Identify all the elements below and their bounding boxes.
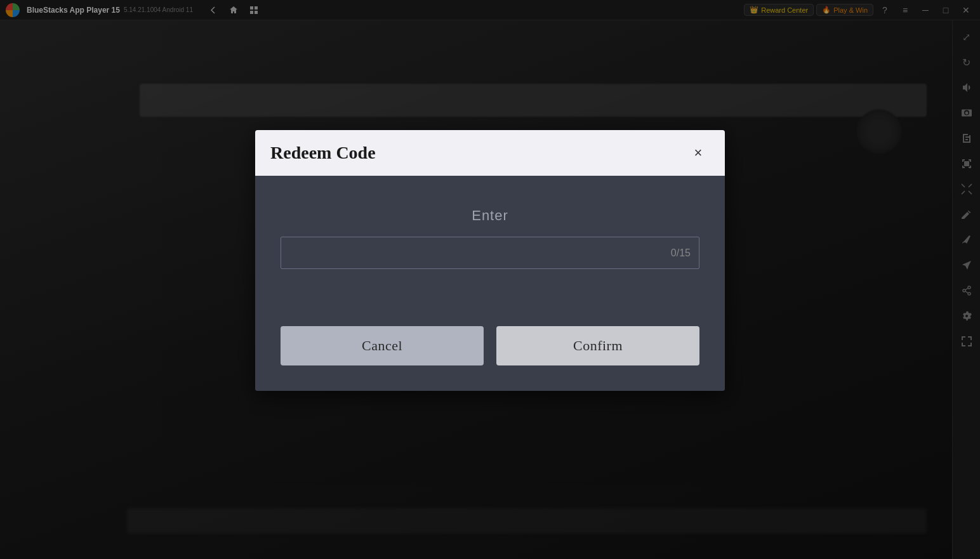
dialog-footer: Cancel Confirm — [255, 326, 725, 391]
dialog-body: Enter 0/15 — [255, 176, 725, 326]
cancel-button[interactable]: Cancel — [281, 326, 484, 365]
enter-label: Enter — [472, 207, 508, 224]
dialog-header: Redeem Code × — [255, 130, 725, 176]
code-input[interactable] — [281, 237, 699, 269]
code-input-wrapper: 0/15 — [281, 237, 699, 269]
redeem-code-dialog: Redeem Code × Enter 0/15 Cancel Confirm — [255, 130, 725, 391]
dialog-close-button[interactable]: × — [687, 141, 710, 164]
confirm-button[interactable]: Confirm — [496, 326, 699, 365]
dialog-title: Redeem Code — [270, 143, 376, 163]
dialog-overlay: Redeem Code × Enter 0/15 Cancel Confirm — [0, 0, 980, 559]
